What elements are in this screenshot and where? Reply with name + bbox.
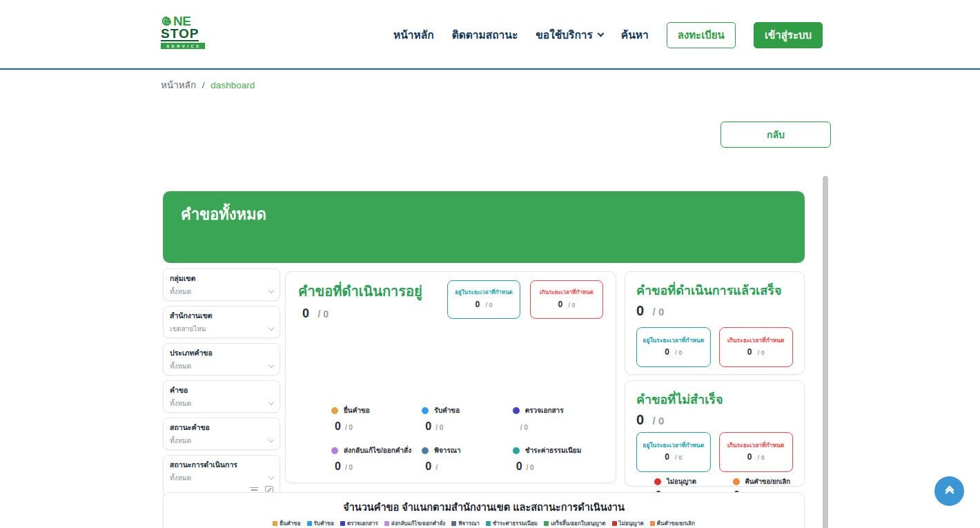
count-value: 0 [665, 452, 669, 462]
nav-link-home[interactable]: หน้าหลัก [393, 26, 434, 43]
request-type-select[interactable]: ทั้งหมด [170, 361, 273, 371]
breadcrumb: หน้าหลัก / dashboard [161, 77, 255, 92]
legend-swatch [650, 521, 655, 526]
filter-card-request: คำขอ ทั้งหมด [163, 380, 280, 413]
legend-swatch [486, 521, 491, 526]
count-total: / 0 [758, 454, 765, 461]
chart-legend-item: รับคำขอ [307, 519, 335, 528]
district-office-select[interactable]: เขตสายไหม [170, 324, 273, 334]
nav-link-track-status[interactable]: ติดตามสถานะ [452, 26, 518, 43]
legend-dot [331, 407, 338, 414]
chevron-down-icon [268, 362, 274, 368]
count-value: 0 [636, 303, 644, 318]
legend-label: ไม่อนุญาต [619, 519, 644, 528]
legend-swatch [273, 521, 277, 526]
legend-label: เสร็จสิ้น/ออกใบอนุญาต [551, 519, 605, 528]
legend-dot [422, 447, 429, 454]
request-status-select[interactable]: ทั้งหมด [170, 436, 273, 446]
count-total: / 0 [653, 415, 665, 427]
completed-card: คำขอที่ดำเนินการแล้วเสร็จ 0 / 0 อยู่ในระ… [625, 271, 805, 375]
legend-swatch [544, 521, 549, 526]
count-value: 0 [335, 420, 341, 432]
nav-link-services[interactable]: ขอใช้บริการ [536, 26, 603, 43]
legend-swatch [451, 521, 456, 526]
count-value: 0 [558, 300, 562, 309]
navbar: NE STOP SERVICE หน้าหลัก ติดตามสถานะ ขอใ… [0, 0, 980, 70]
in-progress-title: คำขอที่ดำเนินการอยู่ [298, 280, 422, 302]
select-value: ทั้งหมด [170, 473, 191, 483]
chart-legend-item: ชำระค่าธรรมเนียม [486, 519, 538, 528]
chart-title: จำนวนคำขอ จำแนกตามสำนักงานเขต และสถานะกา… [170, 499, 797, 515]
legend-label: ชำระค่าธรรมเนียม [525, 445, 582, 456]
legend-label: ส่งกลับแก้ไข/ออกคำสั่ง [344, 445, 411, 456]
count-total: / 0 [569, 302, 576, 309]
completed-title: คำขอที่ดำเนินการแล้วเสร็จ [636, 280, 793, 300]
operation-status-select[interactable]: ทั้งหมด [170, 473, 273, 483]
count-total: / 0 [758, 349, 765, 356]
select-value: ทั้งหมด [170, 286, 191, 297]
count-total: / 0 [435, 424, 443, 431]
district-group-select[interactable]: ทั้งหมด [170, 286, 273, 297]
select-value: ทั้งหมด [170, 361, 191, 371]
banner-title: คำขอทั้งหมด [181, 202, 787, 226]
count-value: 0 [475, 300, 480, 309]
legend-label: ยื่นคำขอ [280, 519, 300, 528]
nav-link-search[interactable]: ค้นหา [621, 26, 649, 43]
on-time-box: อยู่ในระยะเวลาที่กำหนด 0 / 0 [636, 432, 711, 472]
overdue-box: เกินระยะเวลาที่กำหนด 0 / 0 [719, 432, 794, 472]
legend-dot [654, 478, 661, 485]
failed-title: คำขอที่ไม่สำเร็จ [636, 389, 793, 409]
breadcrumb-home-link[interactable]: หน้าหลัก [161, 80, 196, 90]
filter-panel: กลุ่มเขต ทั้งหมด สำนักงานเขต เขตสายไหม ป… [163, 268, 280, 528]
overdue-box: เกินระยะเวลาที่กำหนด 0 / 0 [719, 327, 794, 367]
back-button[interactable]: กลับ [721, 121, 831, 148]
count-value: 0 [747, 452, 752, 462]
content-scrollbar[interactable] [823, 176, 828, 528]
count-total: / 0 [653, 306, 665, 317]
failed-card: คำขอที่ไม่สำเร็จ 0 / 0 อยู่ในระยะเวลาที่… [625, 380, 805, 487]
count-total: / 0 [317, 309, 329, 320]
nav-link-search-label: ค้นหา [621, 26, 649, 43]
on-time-label: อยู่ในระยะเวลาที่กำหนด [455, 289, 513, 296]
filter-card-district-office: สำนักงานเขต เขตสายไหม [163, 306, 280, 338]
in-progress-count: 0 / 0 [302, 306, 422, 321]
filter-card-district-group: กลุ่มเขต ทั้งหมด [163, 268, 280, 301]
chart-legend-item: เสร็จสิ้น/ออกใบอนุญาต [544, 519, 605, 528]
count-total: / 0 [520, 424, 528, 431]
chevron-down-icon [268, 288, 274, 293]
count-value: 0 [665, 347, 669, 357]
legend-label: คืนคำขอ/ยกเลิก [745, 476, 791, 487]
app-logo[interactable]: NE STOP SERVICE [161, 15, 205, 49]
register-button[interactable]: ลงทะเบียน [667, 22, 736, 48]
on-time-label: อยู่ในระยะเวลาที่กำหนด [643, 442, 704, 449]
legend-dot [422, 407, 429, 414]
count-value: 0 [516, 460, 522, 472]
chart-legend-item: คืนคำขอ/ยกเลิก [650, 519, 695, 528]
filter-card-request-status: สถานะคำขอ ทั้งหมด [163, 418, 280, 450]
breadcrumb-current: dashboard [210, 80, 255, 90]
count-value: 0 [335, 460, 341, 472]
request-select[interactable]: ทั้งหมด [170, 398, 273, 409]
count-total: / 0 [345, 464, 353, 471]
logo-text-one: NE [173, 15, 190, 27]
in-progress-card: คำขอที่ดำเนินการอยู่ 0 / 0 อยู่ในระยะเวล… [285, 271, 616, 483]
chart-legend-item: ไม่อนุญาต [612, 519, 644, 528]
nav-link-track-status-label: ติดตามสถานะ [452, 26, 518, 43]
on-time-box: อยู่ในระยะเวลาที่กำหนด 0 / 0 [447, 280, 520, 319]
chevron-down-icon [268, 437, 274, 442]
count-value: 0 [302, 306, 309, 320]
legend-label: พิจารณา [458, 519, 480, 528]
legend-dot [331, 447, 338, 454]
scroll-to-top-button[interactable] [934, 476, 964, 506]
login-button[interactable]: เข้าสู่ระบบ [754, 22, 823, 48]
overdue-box: เกินระยะเวลาที่กำหนด 0 / 0 [530, 280, 603, 319]
chevron-down-icon [268, 400, 274, 405]
district-chart-card: จำนวนคำขอ จำแนกตามสำนักงานเขต และสถานะกา… [163, 492, 805, 528]
filter-card-request-type: ประเภทคำขอ ทั้งหมด [163, 343, 280, 375]
chart-legend: ยื่นคำขอ รับคำขอ ตรวจเอกสาร ส่งกลับแก้ไข… [170, 519, 797, 528]
count-total: / 0 [486, 302, 493, 309]
filter-label: สำนักงานเขต [170, 310, 273, 322]
legend-label: ตรวจเอกสาร [347, 519, 378, 528]
chart-legend-item: ยื่นคำขอ [273, 519, 300, 528]
legend-dot [513, 407, 520, 414]
